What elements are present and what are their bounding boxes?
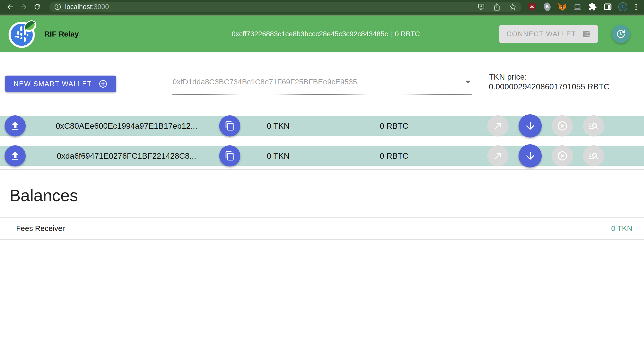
token-price-label: TKN price:: [489, 72, 609, 82]
ublock-extension-icon[interactable]: UO: [528, 2, 537, 11]
profile-avatar[interactable]: I: [618, 2, 627, 11]
arrow-up-right-icon: [493, 151, 503, 161]
update-icon: [616, 29, 626, 39]
back-button[interactable]: [5, 1, 16, 12]
wallet-address: 0xC80AEe600Ec1994a97E1B17eb12...: [38, 121, 215, 131]
page-info-icon: [54, 3, 61, 11]
deploy-wallet-button[interactable]: [5, 115, 26, 137]
wallet-icon: [582, 30, 591, 38]
copy-icon: [225, 121, 235, 131]
play-circle-icon: [557, 120, 568, 131]
manage-search-icon: [588, 120, 599, 131]
refresh-button[interactable]: [612, 25, 630, 43]
fees-receiver-row: Fees Receiver 0 TKN: [0, 217, 644, 240]
side-panel-icon[interactable]: [603, 2, 612, 11]
execute-button[interactable]: [552, 145, 573, 166]
address-bar[interactable]: localhost:3000: [49, 2, 522, 12]
account-address: 0xcff73226883c1ce8b3bccc28e45c3c92c84348…: [232, 30, 388, 38]
account-summary: 0xcff73226883c1ce8b3bccc28e45c3c92c84348…: [232, 30, 420, 38]
upload-icon: [10, 150, 21, 161]
smart-wallet-row: 0xC80AEe600Ec1994a97E1B17eb12... 0 TKN 0…: [0, 116, 644, 136]
copy-address-button[interactable]: [219, 115, 240, 137]
reload-icon: [33, 3, 41, 11]
screencast-extension-icon[interactable]: [573, 2, 582, 11]
reload-button[interactable]: [32, 1, 43, 12]
chevron-down-icon: [465, 81, 470, 84]
token-price-value: 0.00000294208601791055 RBTC: [489, 82, 609, 92]
manage-search-icon: [588, 150, 599, 161]
surfshark-extension-icon[interactable]: S: [543, 2, 552, 11]
rif-relay-logo: [8, 19, 38, 49]
share-icon[interactable]: [493, 3, 501, 11]
fees-receiver-value: 0 TKN: [611, 224, 644, 233]
wallet-native-balance: 0 RBTC: [316, 151, 472, 161]
menu-kebab-icon[interactable]: [633, 4, 638, 10]
arrow-down-icon: [524, 150, 536, 162]
extensions-area: UO S I: [528, 2, 639, 11]
forward-icon: [20, 3, 28, 11]
bookmark-star-icon[interactable]: [508, 3, 517, 11]
browser-toolbar: localhost:3000 UO S: [0, 0, 644, 14]
connect-wallet-button[interactable]: CONNECT WALLET: [499, 25, 598, 43]
transfer-button[interactable]: [487, 145, 508, 166]
wallet-token-balance: 0 TKN: [240, 151, 316, 161]
fees-receiver-label: Fees Receiver: [0, 224, 65, 233]
new-smart-wallet-button[interactable]: NEW SMART WALLET: [5, 76, 116, 92]
inspect-transactions-button[interactable]: [583, 115, 604, 137]
wallet-native-balance: 0 RBTC: [316, 121, 472, 131]
smart-wallet-row: 0xda6f69471E0276FC1BF221428C8... 0 TKN 0…: [0, 146, 644, 166]
app-name: RIF Relay: [44, 30, 79, 38]
extensions-puzzle-icon[interactable]: [588, 2, 597, 11]
smart-wallet-select[interactable]: 0xfD1dda8C3BC734Bc1C8e71F69F25BFBEe9cE95…: [172, 77, 472, 95]
url-text: localhost:3000: [65, 3, 109, 11]
execute-button[interactable]: [552, 115, 573, 137]
wallet-address: 0xda6f69471E0276FC1BF221428C8...: [38, 151, 215, 161]
section-divider: [0, 169, 644, 170]
token-price: TKN price: 0.00000294208601791055 RBTC: [489, 72, 609, 92]
transfer-button[interactable]: [487, 115, 508, 137]
upload-icon: [10, 120, 21, 131]
arrow-up-right-icon: [493, 121, 503, 131]
install-icon[interactable]: [477, 3, 485, 11]
arrow-down-icon: [524, 120, 536, 132]
metamask-extension-icon[interactable]: [558, 2, 567, 11]
deploy-wallet-button[interactable]: [5, 145, 26, 166]
back-icon: [6, 3, 14, 11]
add-circle-icon: [99, 79, 108, 88]
account-balance: | 0 RBTC: [391, 30, 420, 38]
main-content: NEW SMART WALLET 0xfD1dda8C3BC734Bc1C8e7…: [0, 52, 644, 340]
wallet-token-balance: 0 TKN: [240, 121, 316, 131]
forward-button[interactable]: [18, 1, 29, 12]
selected-wallet-address: 0xfD1dda8C3BC734Bc1C8e71F69F25BFBEe9cE95…: [173, 78, 357, 86]
app-header: RIF Relay 0xcff73226883c1ce8b3bccc28e45c…: [0, 16, 644, 52]
balances-title: Balances: [10, 186, 78, 205]
inspect-transactions-button[interactable]: [583, 145, 604, 166]
copy-icon: [225, 151, 235, 161]
receive-button[interactable]: [519, 144, 542, 167]
receive-button[interactable]: [519, 114, 542, 138]
brand: RIF Relay: [8, 19, 79, 49]
play-circle-icon: [557, 150, 568, 161]
copy-address-button[interactable]: [219, 145, 240, 166]
